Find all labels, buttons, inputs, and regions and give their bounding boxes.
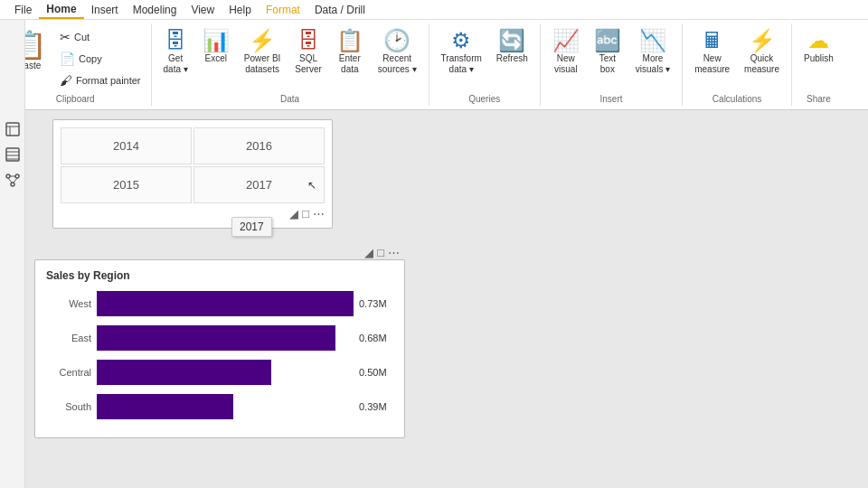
- more-visuals-icon: 📉: [639, 30, 666, 52]
- transform-icon: ⚙: [451, 30, 471, 52]
- bar-row-central: Central 0.50M: [46, 360, 393, 385]
- bar-fill-central: [97, 360, 271, 385]
- bar-label-central: Central: [46, 367, 91, 378]
- svg-line-11: [8, 178, 12, 183]
- bar-label-east: East: [46, 333, 91, 343]
- bar-track-south: [97, 394, 354, 419]
- new-visual-button[interactable]: 📈 Newvisual: [546, 25, 586, 80]
- menu-bar: File Home Insert Modeling View Help Form…: [0, 0, 868, 20]
- ribbon-group-share: ☁ Publish Share: [792, 23, 845, 106]
- calculations-group-label: Calculations: [712, 92, 761, 104]
- clipboard-group-label: Clipboard: [56, 92, 95, 104]
- ribbon: 📋 Paste ✂ Cut 📄 Copy 🖌 Format painter: [0, 20, 868, 110]
- excel-icon: 📊: [203, 30, 230, 52]
- menu-datadrill[interactable]: Data / Drill: [307, 2, 373, 18]
- slicer-cell-2016[interactable]: 2016: [193, 127, 325, 164]
- bar-row-east: East 0.68M: [46, 325, 393, 351]
- get-data-button[interactable]: 🗄 Getdata ▾: [157, 25, 194, 80]
- chart-widget: Sales by Region West 0.73M East 0.68M Ce…: [34, 259, 405, 438]
- new-measure-button[interactable]: 🖩 Newmeasure: [688, 25, 736, 80]
- bar-fill-east: [97, 325, 335, 351]
- sidebar: [0, 20, 25, 488]
- canvas-area: 2014 2016 2015 2017 ↖ ◢ □ ⋯ 2017 ◢ □ ⋯ S…: [25, 110, 868, 488]
- quick-measure-icon: ⚡: [749, 30, 776, 52]
- svg-rect-0: [6, 123, 19, 136]
- svg-line-12: [14, 178, 17, 183]
- bar-label-west: West: [46, 298, 91, 309]
- chart-filter-icon[interactable]: ◢: [364, 246, 373, 259]
- sql-server-button[interactable]: 🗄 SQLServer: [288, 25, 327, 80]
- bar-track-east: [97, 325, 354, 351]
- slicer-filter-icon[interactable]: ◢: [289, 207, 298, 221]
- new-visual-icon: 📈: [552, 30, 580, 52]
- bar-row-west: West 0.73M: [46, 291, 393, 316]
- bar-label-south: South: [46, 401, 91, 412]
- bar-fill-south: [97, 394, 233, 419]
- clipboard-right: ✂ Cut 📄 Copy 🖌 Format painter: [55, 25, 146, 92]
- bar-fill-west: [97, 291, 354, 316]
- report-view-icon[interactable]: [3, 119, 23, 139]
- new-measure-icon: 🖩: [702, 30, 723, 52]
- chart-more-icon[interactable]: ⋯: [388, 246, 400, 259]
- menu-file[interactable]: File: [7, 2, 39, 18]
- insert-group-label: Insert: [600, 92, 623, 104]
- bar-value-east: 0.68M: [359, 333, 393, 343]
- bar-value-west: 0.73M: [359, 298, 393, 309]
- menu-modeling[interactable]: Modeling: [126, 2, 184, 18]
- copy-icon: 📄: [60, 52, 75, 66]
- slicer-cell-2015[interactable]: 2015: [61, 166, 192, 203]
- chart-focus-icon[interactable]: □: [377, 246, 384, 259]
- chart-body: West 0.73M East 0.68M Central 0.50M: [35, 287, 404, 437]
- svg-point-8: [15, 174, 19, 178]
- menu-view[interactable]: View: [184, 2, 222, 18]
- sql-icon: 🗄: [297, 30, 319, 52]
- bar-track-west: [97, 291, 354, 316]
- power-bi-icon: ⚡: [249, 30, 276, 52]
- bar-row-south: South 0.39M: [46, 394, 393, 419]
- chart-title: Sales by Region: [35, 260, 404, 287]
- slicer-tooltip: 2017: [231, 217, 272, 237]
- recent-sources-button[interactable]: 🕑 Recentsources ▾: [372, 25, 423, 80]
- slicer-more-icon[interactable]: ⋯: [313, 207, 325, 221]
- slicer-toolbar: ◢ □ ⋯: [61, 207, 325, 221]
- more-visuals-button[interactable]: 📉 Morevisuals ▾: [629, 25, 676, 80]
- refresh-button[interactable]: 🔄 Refresh: [490, 25, 534, 69]
- power-bi-datasets-button[interactable]: ⚡ Power BIdatasets: [238, 25, 288, 80]
- data-view-icon[interactable]: [3, 145, 23, 164]
- bar-value-central: 0.50M: [359, 367, 393, 378]
- bar-value-south: 0.39M: [359, 401, 393, 412]
- share-group-label: Share: [807, 92, 831, 104]
- slicer-cell-2014[interactable]: 2014: [61, 127, 192, 164]
- quick-measure-button[interactable]: ⚡ Quickmeasure: [738, 25, 786, 80]
- bar-track-central: [97, 360, 354, 385]
- ribbon-group-insert: 📈 Newvisual 🔤 Textbox 📉 Morevisuals ▾ In…: [541, 23, 683, 106]
- format-painter-icon: 🖌: [60, 73, 72, 88]
- excel-button[interactable]: 📊 Excel: [196, 25, 236, 69]
- enter-data-button[interactable]: 📋 Enterdata: [330, 25, 370, 80]
- enter-data-icon: 📋: [336, 30, 363, 52]
- publish-button[interactable]: ☁ Publish: [797, 25, 840, 69]
- cut-icon: ✂: [60, 30, 71, 44]
- ribbon-group-calculations: 🖩 Newmeasure ⚡ Quickmeasure Calculations: [683, 23, 792, 106]
- menu-format[interactable]: Format: [259, 2, 307, 18]
- get-data-icon: 🗄: [165, 30, 186, 52]
- menu-help[interactable]: Help: [222, 2, 259, 18]
- slicer-focus-icon[interactable]: □: [302, 207, 309, 221]
- menu-home[interactable]: Home: [39, 1, 83, 19]
- refresh-icon: 🔄: [498, 30, 525, 52]
- slicer-cell-2017[interactable]: 2017 ↖: [193, 166, 325, 203]
- menu-insert[interactable]: Insert: [84, 2, 126, 18]
- model-view-icon[interactable]: [3, 170, 23, 190]
- format-painter-label: Format painter: [76, 75, 141, 86]
- text-box-icon: 🔤: [594, 30, 621, 52]
- data-group-label: Data: [280, 92, 299, 104]
- text-box-button[interactable]: 🔤 Textbox: [588, 25, 627, 80]
- cut-label: Cut: [74, 32, 90, 42]
- svg-point-9: [11, 183, 14, 186]
- cut-button[interactable]: ✂ Cut: [55, 27, 146, 47]
- ribbon-group-queries: ⚙ Transformdata ▾ 🔄 Refresh Queries: [429, 23, 541, 106]
- transform-data-button[interactable]: ⚙ Transformdata ▾: [435, 25, 488, 80]
- format-painter-button[interactable]: 🖌 Format painter: [55, 70, 146, 90]
- slicer-widget: 2014 2016 2015 2017 ↖ ◢ □ ⋯: [52, 119, 333, 229]
- copy-button[interactable]: 📄 Copy: [55, 49, 146, 69]
